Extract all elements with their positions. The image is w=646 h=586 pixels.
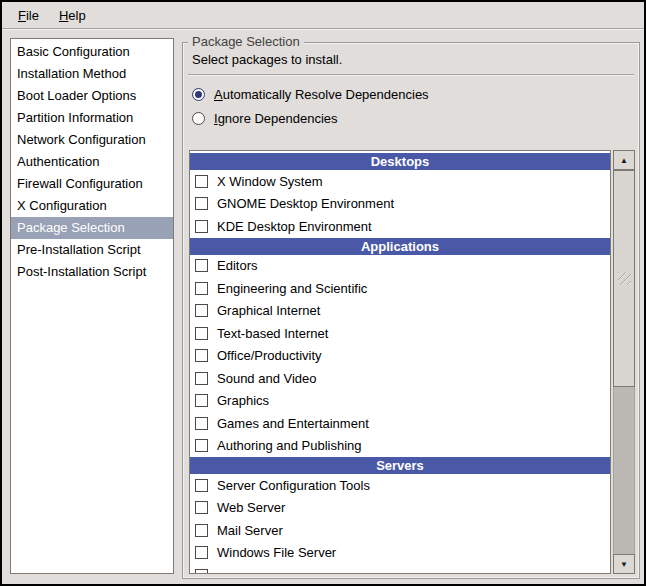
package-row-graphics[interactable]: Graphics <box>190 390 610 413</box>
package-row-server-config-tools[interactable]: Server Configuration Tools <box>190 474 610 497</box>
sidebar-item-partition-information[interactable]: Partition Information <box>11 107 173 129</box>
radio-ignore-dependencies[interactable]: Ignore Dependencies <box>192 109 338 127</box>
package-label: GNOME Desktop Environment <box>217 196 394 211</box>
sidebar-item-basic-configuration[interactable]: Basic Configuration <box>11 41 173 63</box>
menu-file-label: F <box>18 8 26 23</box>
sidebar-item-pre-installation-script[interactable]: Pre-Installation Script <box>11 239 173 261</box>
checkbox-icon[interactable] <box>195 372 208 385</box>
package-row-text-based-internet[interactable]: Text-based Internet <box>190 322 610 345</box>
sidebar-item-boot-loader-options[interactable]: Boot Loader Options <box>11 85 173 107</box>
checkbox-icon[interactable] <box>195 175 208 188</box>
kickstart-configurator-window: File Help Basic Configuration Installati… <box>0 0 646 586</box>
checkbox-icon[interactable] <box>195 304 208 317</box>
checkbox-icon[interactable] <box>195 501 208 514</box>
package-label: Text-based Internet <box>217 326 328 341</box>
package-selection-panel: Package Selection Select packages to ins… <box>182 42 640 579</box>
checkbox-icon[interactable] <box>195 439 208 452</box>
radio-button-icon[interactable] <box>192 88 205 101</box>
sidebar-item-post-installation-script[interactable]: Post-Installation Script <box>11 261 173 283</box>
package-row-mail-server[interactable]: Mail Server <box>190 519 610 542</box>
package-label: Server Configuration Tools <box>217 478 370 493</box>
sidebar-item-x-configuration[interactable]: X Configuration <box>11 195 173 217</box>
package-label: Windows File Server <box>217 545 336 560</box>
menu-help[interactable]: Help <box>49 5 96 26</box>
package-label: X Window System <box>217 174 322 189</box>
config-section-list: Basic Configuration Installation Method … <box>10 38 174 574</box>
checkbox-icon[interactable] <box>195 417 208 430</box>
package-row-gnome-desktop[interactable]: GNOME Desktop Environment <box>190 193 610 216</box>
checkbox-icon[interactable] <box>195 327 208 340</box>
radio-button-icon[interactable] <box>192 112 205 125</box>
package-label: Editors <box>217 258 257 273</box>
checkbox-icon[interactable] <box>195 479 208 492</box>
sidebar-item-firewall-configuration[interactable]: Firewall Configuration <box>11 173 173 195</box>
scroll-down-button[interactable]: ▼ <box>613 554 635 574</box>
package-row-editors[interactable]: Editors <box>190 255 610 278</box>
checkbox-icon[interactable] <box>195 282 208 295</box>
scrollbar-thumb[interactable] <box>613 170 635 387</box>
menu-file[interactable]: File <box>8 5 49 26</box>
menu-help-label: H <box>59 8 68 23</box>
scroll-up-button[interactable]: ▲ <box>613 150 635 170</box>
package-label: Authoring and Publishing <box>217 438 362 453</box>
package-row-web-server[interactable]: Web Server <box>190 497 610 520</box>
package-label: KDE Desktop Environment <box>217 219 372 234</box>
package-row-x-window-system[interactable]: X Window System <box>190 170 610 193</box>
checkbox-icon[interactable] <box>195 197 208 210</box>
package-row-partial[interactable] <box>190 564 610 574</box>
checkbox-icon[interactable] <box>195 394 208 407</box>
package-row-authoring-publishing[interactable]: Authoring and Publishing <box>190 435 610 458</box>
vertical-scrollbar[interactable]: ▲ ▼ <box>613 150 635 574</box>
package-row-windows-file-server[interactable]: Windows File Server <box>190 542 610 565</box>
checkbox-icon[interactable] <box>195 524 208 537</box>
separator-line <box>188 74 634 75</box>
package-label: Web Server <box>217 500 285 515</box>
scrollbar-track[interactable] <box>613 170 635 554</box>
package-row-games-entertainment[interactable]: Games and Entertainment <box>190 412 610 435</box>
package-label: Graphics <box>217 393 269 408</box>
package-row-engineering-scientific[interactable]: Engineering and Scientific <box>190 277 610 300</box>
package-label: Mail Server <box>217 523 283 538</box>
package-list-area: Desktops X Window System GNOME Desktop E… <box>189 150 635 574</box>
package-list: Desktops X Window System GNOME Desktop E… <box>189 150 611 574</box>
sidebar-item-package-selection[interactable]: Package Selection <box>11 217 173 239</box>
group-header-applications: Applications <box>190 238 610 255</box>
scroll-up-icon: ▲ <box>620 156 628 165</box>
checkbox-icon[interactable] <box>195 569 208 574</box>
package-row-kde-desktop[interactable]: KDE Desktop Environment <box>190 215 610 238</box>
checkbox-icon[interactable] <box>195 220 208 233</box>
radio-ignore-label: Ignore Dependencies <box>214 111 338 126</box>
package-label: Graphical Internet <box>217 303 320 318</box>
package-label: Engineering and Scientific <box>217 281 367 296</box>
radio-auto-resolve-dependencies[interactable]: Automatically Resolve Dependencies <box>192 85 429 103</box>
checkbox-icon[interactable] <box>195 349 208 362</box>
package-row-office-productivity[interactable]: Office/Productivity <box>190 345 610 368</box>
package-label: Office/Productivity <box>217 348 322 363</box>
sidebar-item-authentication[interactable]: Authentication <box>11 151 173 173</box>
package-label: Games and Entertainment <box>217 416 369 431</box>
scrollbar-grip-icon <box>618 272 631 285</box>
menu-bar: File Help <box>2 2 644 29</box>
panel-subtitle: Select packages to install. <box>192 52 342 67</box>
panel-frame-title: Package Selection <box>188 34 304 50</box>
sidebar-item-network-configuration[interactable]: Network Configuration <box>11 129 173 151</box>
package-row-sound-and-video[interactable]: Sound and Video <box>190 367 610 390</box>
package-row-graphical-internet[interactable]: Graphical Internet <box>190 300 610 323</box>
scroll-down-icon: ▼ <box>620 560 628 569</box>
checkbox-icon[interactable] <box>195 259 208 272</box>
group-header-desktops: Desktops <box>190 153 610 170</box>
radio-auto-resolve-label: Automatically Resolve Dependencies <box>214 87 429 102</box>
package-label: Sound and Video <box>217 371 317 386</box>
sidebar-item-installation-method[interactable]: Installation Method <box>11 63 173 85</box>
group-header-servers: Servers <box>190 457 610 474</box>
checkbox-icon[interactable] <box>195 546 208 559</box>
